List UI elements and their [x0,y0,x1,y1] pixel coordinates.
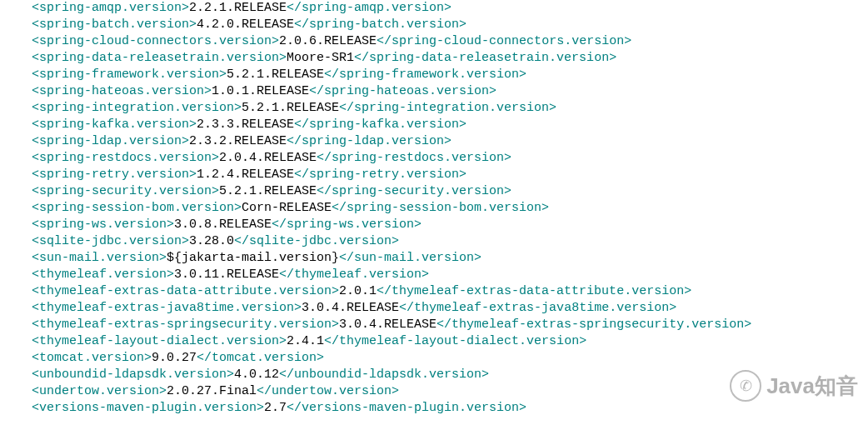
xml-open-tag: <spring-restdocs.version> [32,151,219,165]
xml-value: 3.28.0 [189,234,234,248]
xml-line: <spring-session-bom.version>Corn-RELEASE… [32,200,868,217]
xml-value: 3.0.11.RELEASE [174,268,279,282]
xml-line: <sqlite-jdbc.version>3.28.0</sqlite-jdbc… [32,233,868,250]
xml-value: 5.2.1.RELEASE [227,68,324,82]
xml-close-tag: </tomcat.version> [197,351,324,365]
xml-value: 2.3.3.RELEASE [197,118,294,132]
xml-line: <spring-integration.version>5.2.1.RELEAS… [32,100,868,117]
xml-value: 2.0.6.RELEASE [279,34,377,48]
xml-close-tag: </thymeleaf-extras-java8time.version> [399,301,676,315]
xml-value: 1.2.4.RELEASE [197,168,294,182]
xml-open-tag: <spring-amqp.version> [32,1,189,15]
xml-line: <thymeleaf-extras-springsecurity.version… [32,317,868,333]
xml-close-tag: </spring-ws.version> [272,218,422,232]
xml-close-tag: </spring-kafka.version> [294,118,466,132]
xml-open-tag: <spring-retry.version> [32,168,197,182]
xml-close-tag: </spring-ldap.version> [287,134,451,148]
xml-line: <spring-security.version>5.2.1.RELEASE</… [32,183,868,200]
xml-value: 2.0.27.Final [167,384,257,398]
xml-close-tag: </thymeleaf-layout-dialect.version> [324,334,586,348]
xml-value: 5.2.1.RELEASE [219,184,317,198]
xml-close-tag: </thymeleaf-extras-data-attribute.versio… [377,284,691,298]
xml-line: <spring-retry.version>1.2.4.RELEASE</spr… [32,167,868,183]
xml-open-tag: <undertow.version> [32,384,167,398]
xml-close-tag: </spring-amqp.version> [287,1,451,15]
xml-value: 3.0.8.RELEASE [174,218,272,232]
xml-close-tag: </spring-hateoas.version> [309,84,496,98]
xml-open-tag: <spring-ldap.version> [32,134,189,148]
xml-open-tag: <spring-integration.version> [32,101,242,115]
xml-open-tag: <thymeleaf-extras-springsecurity.version… [32,318,339,332]
xml-open-tag: <spring-kafka.version> [32,118,197,132]
xml-close-tag: </thymeleaf.version> [279,268,429,282]
xml-open-tag: <thymeleaf.version> [32,268,174,282]
xml-close-tag: </sqlite-jdbc.version> [234,234,399,248]
xml-value: Moore-SR1 [287,51,354,65]
xml-line: <spring-kafka.version>2.3.3.RELEASE</spr… [32,117,868,133]
xml-value: 3.0.4.RELEASE [302,301,399,315]
xml-close-tag: </thymeleaf-extras-springsecurity.versio… [436,318,751,332]
xml-close-tag: </unboundid-ldapsdk.version> [279,368,489,382]
xml-close-tag: </sun-mail.version> [339,251,481,265]
xml-value: 2.2.1.RELEASE [189,1,287,15]
xml-value: 2.0.4.RELEASE [219,151,317,165]
xml-value: 2.3.2.RELEASE [189,134,287,148]
xml-close-tag: </undertow.version> [257,384,399,398]
xml-open-tag: <spring-framework.version> [32,68,227,82]
xml-value: 4.2.0.RELEASE [197,18,294,32]
xml-open-tag: <spring-ws.version> [32,218,174,232]
xml-open-tag: <spring-batch.version> [32,18,197,32]
xml-line: <thymeleaf-extras-data-attribute.version… [32,283,868,300]
xml-value: 9.0.27 [152,351,197,365]
xml-line: <spring-batch.version>4.2.0.RELEASE</spr… [32,17,868,33]
xml-open-tag: <sun-mail.version> [32,251,167,265]
xml-open-tag: <spring-hateoas.version> [32,84,212,98]
xml-value: 3.0.4.RELEASE [339,318,436,332]
xml-open-tag: <spring-cloud-connectors.version> [32,34,279,48]
xml-open-tag: <tomcat.version> [32,351,152,365]
xml-line: <unboundid-ldapsdk.version>4.0.12</unbou… [32,367,868,383]
xml-line: <undertow.version>2.0.27.Final</undertow… [32,383,868,400]
xml-line: <thymeleaf-extras-java8time.version>3.0.… [32,300,868,317]
xml-line: <sun-mail.version>${jakarta-mail.version… [32,250,868,267]
xml-value: ${jakarta-mail.version} [167,251,339,265]
xml-value: 5.2.1.RELEASE [242,101,339,115]
xml-close-tag: </spring-cloud-connectors.version> [377,34,631,48]
xml-close-tag: </spring-integration.version> [339,101,556,115]
xml-close-tag: </spring-restdocs.version> [317,151,511,165]
xml-line: <thymeleaf-layout-dialect.version>2.4.1<… [32,333,868,350]
xml-open-tag: <thymeleaf-layout-dialect.version> [32,334,287,348]
xml-line: <spring-cloud-connectors.version>2.0.6.R… [32,33,868,50]
xml-open-tag: <spring-security.version> [32,184,219,198]
xml-close-tag: </versions-maven-plugin.version> [287,401,526,415]
xml-line: <thymeleaf.version>3.0.11.RELEASE</thyme… [32,267,868,283]
xml-value: 1.0.1.RELEASE [212,84,309,98]
xml-line: <spring-framework.version>5.2.1.RELEASE<… [32,67,868,83]
xml-close-tag: </spring-data-releasetrain.version> [354,51,616,65]
xml-open-tag: <spring-data-releasetrain.version> [32,51,287,65]
xml-line: <spring-amqp.version>2.2.1.RELEASE</spri… [32,0,868,17]
xml-code-block: <spring-amqp.version>2.2.1.RELEASE</spri… [0,0,868,417]
xml-open-tag: <versions-maven-plugin.version> [32,401,264,415]
xml-value: 2.7 [264,401,287,415]
xml-close-tag: </spring-framework.version> [324,68,526,82]
xml-open-tag: <thymeleaf-extras-data-attribute.version… [32,284,339,298]
xml-value: 4.0.12 [234,368,279,382]
xml-close-tag: </spring-session-bom.version> [332,201,549,215]
xml-value: 2.0.1 [339,284,377,298]
xml-open-tag: <sqlite-jdbc.version> [32,234,189,248]
xml-open-tag: <unboundid-ldapsdk.version> [32,368,234,382]
xml-line: <spring-ldap.version>2.3.2.RELEASE</spri… [32,133,868,150]
xml-line: <spring-hateoas.version>1.0.1.RELEASE</s… [32,83,868,100]
xml-line: <spring-ws.version>3.0.8.RELEASE</spring… [32,217,868,233]
xml-close-tag: </spring-batch.version> [294,18,466,32]
xml-value: 2.4.1 [287,334,324,348]
xml-open-tag: <spring-session-bom.version> [32,201,242,215]
xml-value: Corn-RELEASE [242,201,332,215]
xml-open-tag: <thymeleaf-extras-java8time.version> [32,301,302,315]
xml-line: <spring-restdocs.version>2.0.4.RELEASE</… [32,150,868,167]
xml-close-tag: </spring-security.version> [317,184,511,198]
xml-close-tag: </spring-retry.version> [294,168,466,182]
xml-line: <versions-maven-plugin.version>2.7</vers… [32,400,868,417]
xml-line: <spring-data-releasetrain.version>Moore-… [32,50,868,67]
